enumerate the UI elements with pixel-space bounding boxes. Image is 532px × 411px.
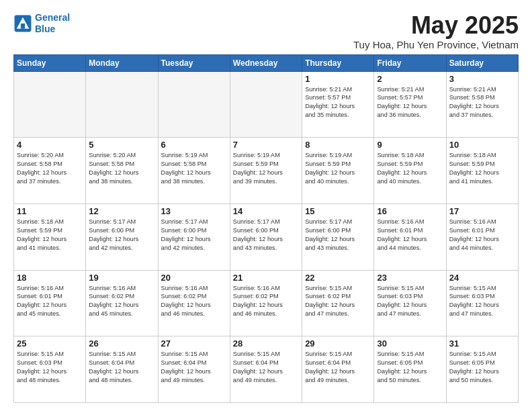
calendar-cell: 28Sunrise: 5:15 AM Sunset: 6:04 PM Dayli… <box>230 336 302 403</box>
weekday-header: Friday <box>374 54 446 71</box>
calendar-week-row: 25Sunrise: 5:15 AM Sunset: 6:03 PM Dayli… <box>14 336 519 403</box>
day-number: 24 <box>449 273 515 283</box>
day-number: 12 <box>89 206 154 216</box>
day-info: Sunrise: 5:19 AM Sunset: 5:59 PM Dayligh… <box>233 151 299 186</box>
day-number: 2 <box>377 74 443 84</box>
day-info: Sunrise: 5:15 AM Sunset: 6:03 PM Dayligh… <box>449 284 515 319</box>
day-info: Sunrise: 5:16 AM Sunset: 6:02 PM Dayligh… <box>161 284 227 319</box>
logo-icon <box>13 14 32 33</box>
day-info: Sunrise: 5:16 AM Sunset: 6:01 PM Dayligh… <box>17 284 83 319</box>
calendar-cell: 10Sunrise: 5:18 AM Sunset: 5:59 PM Dayli… <box>446 138 518 204</box>
calendar-cell: 12Sunrise: 5:17 AM Sunset: 6:00 PM Dayli… <box>86 203 158 270</box>
day-number: 28 <box>233 338 299 349</box>
calendar-cell: 18Sunrise: 5:16 AM Sunset: 6:01 PM Dayli… <box>14 270 86 336</box>
day-info: Sunrise: 5:15 AM Sunset: 6:05 PM Dayligh… <box>377 350 443 385</box>
day-info: Sunrise: 5:15 AM Sunset: 6:04 PM Dayligh… <box>161 350 227 385</box>
calendar-cell: 2Sunrise: 5:21 AM Sunset: 5:57 PM Daylig… <box>374 71 446 138</box>
calendar-cell: 8Sunrise: 5:19 AM Sunset: 5:59 PM Daylig… <box>302 138 374 204</box>
day-number: 15 <box>305 206 371 216</box>
day-info: Sunrise: 5:16 AM Sunset: 6:02 PM Dayligh… <box>89 284 154 319</box>
day-info: Sunrise: 5:17 AM Sunset: 6:00 PM Dayligh… <box>161 218 227 253</box>
day-number: 25 <box>17 338 83 349</box>
calendar-cell: 1Sunrise: 5:21 AM Sunset: 5:57 PM Daylig… <box>302 71 374 138</box>
calendar-cell: 9Sunrise: 5:18 AM Sunset: 5:59 PM Daylig… <box>374 138 446 204</box>
day-number: 21 <box>233 273 299 283</box>
day-number: 22 <box>305 273 371 283</box>
calendar-table: SundayMondayTuesdayWednesdayThursdayFrid… <box>13 54 519 403</box>
logo-line1: General <box>35 12 70 24</box>
day-number: 5 <box>89 140 154 150</box>
day-number: 10 <box>449 140 515 150</box>
location: Tuy Hoa, Phu Yen Province, Vietnam <box>353 39 519 50</box>
calendar-cell <box>86 71 158 138</box>
calendar-cell: 23Sunrise: 5:15 AM Sunset: 6:03 PM Dayli… <box>374 270 446 336</box>
day-info: Sunrise: 5:21 AM Sunset: 5:58 PM Dayligh… <box>449 85 515 120</box>
day-info: Sunrise: 5:15 AM Sunset: 6:04 PM Dayligh… <box>89 350 154 385</box>
day-number: 14 <box>233 206 299 216</box>
day-number: 18 <box>17 273 83 283</box>
day-number: 3 <box>449 74 515 84</box>
day-info: Sunrise: 5:16 AM Sunset: 6:02 PM Dayligh… <box>233 284 299 319</box>
day-number: 26 <box>89 338 154 349</box>
calendar-cell: 14Sunrise: 5:17 AM Sunset: 6:00 PM Dayli… <box>230 203 302 270</box>
logo-line2: Blue <box>35 24 70 35</box>
calendar-cell: 27Sunrise: 5:15 AM Sunset: 6:04 PM Dayli… <box>158 336 230 403</box>
calendar-cell: 24Sunrise: 5:15 AM Sunset: 6:03 PM Dayli… <box>446 270 518 336</box>
day-info: Sunrise: 5:19 AM Sunset: 5:58 PM Dayligh… <box>161 151 227 186</box>
calendar-cell: 5Sunrise: 5:20 AM Sunset: 5:58 PM Daylig… <box>86 138 158 204</box>
header: General Blue May 2025 Tuy Hoa, Phu Yen P… <box>13 12 519 50</box>
weekday-header: Sunday <box>14 54 86 71</box>
day-info: Sunrise: 5:19 AM Sunset: 5:59 PM Dayligh… <box>305 151 371 186</box>
calendar-cell: 3Sunrise: 5:21 AM Sunset: 5:58 PM Daylig… <box>446 71 518 138</box>
calendar-cell: 31Sunrise: 5:15 AM Sunset: 6:05 PM Dayli… <box>446 336 518 403</box>
day-number: 23 <box>377 273 443 283</box>
day-info: Sunrise: 5:15 AM Sunset: 6:03 PM Dayligh… <box>17 350 83 385</box>
calendar-cell: 26Sunrise: 5:15 AM Sunset: 6:04 PM Dayli… <box>86 336 158 403</box>
calendar-week-row: 11Sunrise: 5:18 AM Sunset: 5:59 PM Dayli… <box>14 203 519 270</box>
logo: General Blue <box>13 12 70 35</box>
weekday-header: Thursday <box>302 54 374 71</box>
day-info: Sunrise: 5:20 AM Sunset: 5:58 PM Dayligh… <box>17 151 83 186</box>
day-number: 20 <box>161 273 227 283</box>
day-number: 11 <box>17 206 83 216</box>
calendar-cell: 6Sunrise: 5:19 AM Sunset: 5:58 PM Daylig… <box>158 138 230 204</box>
day-info: Sunrise: 5:17 AM Sunset: 6:00 PM Dayligh… <box>89 218 154 253</box>
day-number: 13 <box>161 206 227 216</box>
logo-text: General Blue <box>35 12 70 35</box>
calendar-cell: 17Sunrise: 5:16 AM Sunset: 6:01 PM Dayli… <box>446 203 518 270</box>
calendar-week-row: 1Sunrise: 5:21 AM Sunset: 5:57 PM Daylig… <box>14 71 519 138</box>
day-info: Sunrise: 5:17 AM Sunset: 6:00 PM Dayligh… <box>305 218 371 253</box>
calendar-cell: 4Sunrise: 5:20 AM Sunset: 5:58 PM Daylig… <box>14 138 86 204</box>
weekday-header: Tuesday <box>158 54 230 71</box>
calendar-week-row: 4Sunrise: 5:20 AM Sunset: 5:58 PM Daylig… <box>14 138 519 204</box>
day-info: Sunrise: 5:15 AM Sunset: 6:03 PM Dayligh… <box>377 284 443 319</box>
day-info: Sunrise: 5:15 AM Sunset: 6:02 PM Dayligh… <box>305 284 371 319</box>
calendar-header-row: SundayMondayTuesdayWednesdayThursdayFrid… <box>14 54 519 71</box>
calendar-cell <box>230 71 302 138</box>
calendar-cell: 29Sunrise: 5:15 AM Sunset: 6:04 PM Dayli… <box>302 336 374 403</box>
day-info: Sunrise: 5:18 AM Sunset: 5:59 PM Dayligh… <box>17 218 83 253</box>
calendar-cell: 15Sunrise: 5:17 AM Sunset: 6:00 PM Dayli… <box>302 203 374 270</box>
calendar-cell: 16Sunrise: 5:16 AM Sunset: 6:01 PM Dayli… <box>374 203 446 270</box>
calendar-cell <box>14 71 86 138</box>
day-info: Sunrise: 5:17 AM Sunset: 6:00 PM Dayligh… <box>233 218 299 253</box>
day-number: 17 <box>449 206 515 216</box>
calendar-cell: 13Sunrise: 5:17 AM Sunset: 6:00 PM Dayli… <box>158 203 230 270</box>
day-info: Sunrise: 5:16 AM Sunset: 6:01 PM Dayligh… <box>449 218 515 253</box>
title-block: May 2025 Tuy Hoa, Phu Yen Province, Viet… <box>353 12 519 50</box>
day-number: 8 <box>305 140 371 150</box>
day-info: Sunrise: 5:21 AM Sunset: 5:57 PM Dayligh… <box>377 85 443 120</box>
day-number: 31 <box>449 338 515 349</box>
day-info: Sunrise: 5:15 AM Sunset: 6:04 PM Dayligh… <box>233 350 299 385</box>
calendar-cell: 20Sunrise: 5:16 AM Sunset: 6:02 PM Dayli… <box>158 270 230 336</box>
day-number: 19 <box>89 273 154 283</box>
day-number: 1 <box>305 74 371 84</box>
calendar-cell: 19Sunrise: 5:16 AM Sunset: 6:02 PM Dayli… <box>86 270 158 336</box>
calendar-cell: 22Sunrise: 5:15 AM Sunset: 6:02 PM Dayli… <box>302 270 374 336</box>
day-number: 29 <box>305 338 371 349</box>
page: General Blue May 2025 Tuy Hoa, Phu Yen P… <box>0 0 532 411</box>
day-number: 6 <box>161 140 227 150</box>
calendar-cell: 30Sunrise: 5:15 AM Sunset: 6:05 PM Dayli… <box>374 336 446 403</box>
calendar-cell: 25Sunrise: 5:15 AM Sunset: 6:03 PM Dayli… <box>14 336 86 403</box>
day-number: 9 <box>377 140 443 150</box>
